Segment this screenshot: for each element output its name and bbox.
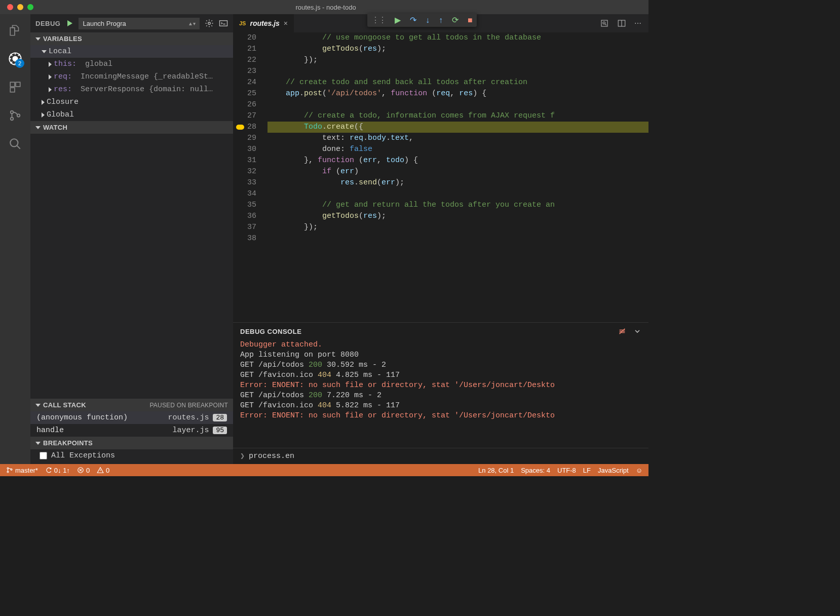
search-icon[interactable]: [8, 137, 22, 151]
window-traffic-lights: [7, 4, 33, 10]
status-cursor-pos[interactable]: Ln 28, Col 1: [478, 467, 514, 474]
start-debug-button[interactable]: [65, 19, 73, 27]
svg-rect-3: [16, 82, 20, 87]
chevron-down-icon: [35, 404, 41, 407]
breakpoint-checkbox[interactable]: [40, 452, 47, 459]
callstack-status: PAUSED ON BREAKPOINT: [150, 402, 228, 409]
repl-input-row[interactable]: ❯ process.en: [233, 448, 648, 464]
launch-config-select[interactable]: Launch Progra ▲▾: [79, 18, 200, 29]
line-gutter: 20212223242526272829303132333435363738: [233, 32, 268, 322]
debug-panel: DEBUG CONSOLE Debugger attached.App list…: [233, 322, 648, 464]
minimize-window-icon[interactable]: [17, 4, 23, 10]
source-control-icon[interactable]: [8, 108, 22, 123]
variable-req[interactable]: req: IncomingMessage {_readableSt…: [30, 70, 233, 83]
code-editor[interactable]: 20212223242526272829303132333435363738 /…: [233, 32, 648, 322]
breakpoint-label: All Exceptions: [51, 451, 115, 460]
status-branch[interactable]: master*: [6, 467, 38, 474]
zoom-window-icon[interactable]: [27, 4, 33, 10]
debug-icon[interactable]: 2: [8, 52, 22, 66]
status-eol[interactable]: LF: [583, 467, 591, 474]
svg-point-15: [7, 471, 9, 473]
chevron-right-icon: [49, 87, 52, 92]
variables-scope-closure[interactable]: Closure: [30, 96, 233, 108]
continue-button[interactable]: ▶: [395, 15, 401, 25]
status-indent[interactable]: Spaces: 4: [521, 467, 550, 474]
variable-value: IncomingMessage {_readableSt…: [81, 72, 213, 81]
variable-res[interactable]: res: ServerResponse {domain: null…: [30, 83, 233, 96]
variables-section-header[interactable]: VARIABLES: [30, 32, 233, 45]
stack-function: handle: [36, 426, 168, 435]
stack-file: layer.js: [172, 426, 209, 435]
breakpoints-section-header[interactable]: BREAKPOINTS: [30, 437, 233, 449]
panel-chevron-down-icon[interactable]: [633, 327, 641, 335]
scope-global-label: Global: [47, 110, 74, 119]
status-errors[interactable]: 0: [77, 467, 90, 474]
variable-value: ServerResponse {domain: null…: [81, 85, 213, 94]
launch-config-label: Launch Progra: [83, 20, 126, 27]
panel-title[interactable]: DEBUG CONSOLE: [240, 328, 301, 335]
svg-rect-11: [601, 20, 607, 26]
svg-point-14: [7, 468, 9, 469]
more-actions-icon[interactable]: ⋯: [634, 19, 641, 27]
repl-prompt-icon: ❯: [240, 451, 245, 461]
clear-console-icon[interactable]: [618, 327, 626, 335]
stack-frame[interactable]: (anonymous function) routes.js 28: [30, 411, 233, 424]
callstack-label: CALL STACK: [43, 401, 86, 409]
chevron-down-icon: [35, 37, 41, 41]
debug-badge: 2: [15, 59, 24, 68]
breakpoint-marker-icon[interactable]: [236, 125, 244, 130]
variable-name: this:: [54, 60, 77, 68]
variable-this[interactable]: this: global: [30, 58, 233, 70]
gear-icon[interactable]: [205, 19, 214, 28]
stack-line: 28: [213, 414, 227, 421]
drag-handle-icon[interactable]: ⋮⋮: [371, 15, 386, 25]
extensions-icon[interactable]: [8, 80, 22, 94]
chevron-right-icon: [42, 112, 45, 118]
feedback-icon[interactable]: ☺: [636, 467, 642, 474]
status-encoding[interactable]: UTF-8: [557, 467, 576, 474]
debug-console-toggle-icon[interactable]: [219, 20, 228, 27]
status-bar: master* 0↓ 1↑ 0 0 Ln 28, Col 1 Spaces: 4…: [0, 464, 648, 476]
console-output[interactable]: Debugger attached.App listening on port …: [233, 340, 648, 448]
callstack-section-header[interactable]: CALL STACK PAUSED ON BREAKPOINT: [30, 399, 233, 411]
variables-scope-local[interactable]: Local: [30, 45, 233, 58]
step-out-button[interactable]: ↑: [439, 16, 443, 25]
scope-local-label: Local: [49, 47, 71, 56]
step-over-button[interactable]: ↷: [410, 15, 416, 25]
breakpoint-all-exceptions[interactable]: All Exceptions: [30, 449, 233, 462]
restart-button[interactable]: ⟳: [452, 15, 459, 25]
close-window-icon[interactable]: [7, 4, 13, 10]
status-warnings[interactable]: 0: [97, 467, 109, 474]
variable-name: res:: [54, 85, 72, 94]
watch-section-body[interactable]: [30, 134, 233, 399]
stack-frame[interactable]: handle layer.js 95: [30, 424, 233, 437]
svg-rect-10: [220, 21, 227, 26]
debug-sidebar: DEBUG Launch Progra ▲▾ VARIABLES Local: [30, 14, 233, 464]
editor-tabs: JS routes.js × ⋮⋮ ▶ ↷ ↓ ↑ ⟳ ■ ⋯: [233, 14, 648, 32]
close-tab-icon[interactable]: ×: [284, 19, 288, 27]
sidebar-title: DEBUG: [35, 20, 60, 27]
explorer-icon[interactable]: [8, 23, 22, 37]
find-in-file-icon[interactable]: [600, 19, 609, 28]
chevron-right-icon: [49, 62, 52, 67]
repl-input[interactable]: process.en: [249, 452, 294, 460]
error-count: 0: [86, 467, 90, 474]
variable-value: global: [85, 60, 112, 68]
chevron-right-icon: [42, 100, 45, 105]
step-into-button[interactable]: ↓: [426, 16, 430, 25]
js-file-icon: JS: [239, 20, 246, 26]
status-language[interactable]: JavaScript: [598, 467, 629, 474]
variables-scope-global[interactable]: Global: [30, 108, 233, 121]
watch-section-header[interactable]: WATCH: [30, 121, 233, 134]
svg-point-5: [11, 111, 13, 113]
status-sync[interactable]: 0↓ 1↑: [45, 467, 70, 474]
stack-file: routes.js: [168, 413, 209, 422]
activity-bar: 2: [0, 14, 30, 464]
stack-function: (anonymous function): [36, 413, 164, 422]
stop-button[interactable]: ■: [468, 16, 473, 25]
split-editor-icon[interactable]: [617, 19, 626, 28]
code-body[interactable]: // use mongoose to get all todos in the …: [268, 32, 648, 322]
tab-routes-js[interactable]: JS routes.js ×: [233, 14, 294, 32]
debug-toolbar[interactable]: ⋮⋮ ▶ ↷ ↓ ↑ ⟳ ■: [367, 13, 477, 27]
titlebar: routes.js - node-todo: [0, 0, 648, 14]
